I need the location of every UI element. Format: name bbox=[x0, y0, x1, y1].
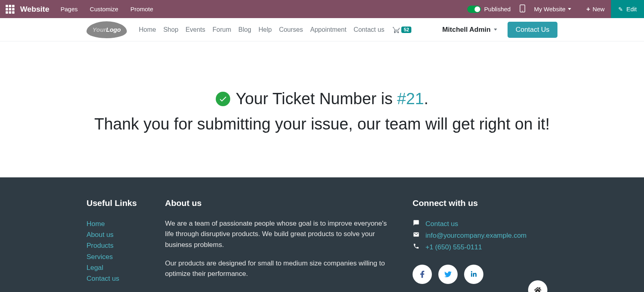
published-toggle[interactable] bbox=[467, 6, 481, 13]
cart-button[interactable]: 52 bbox=[392, 26, 411, 34]
nav-blog[interactable]: Blog bbox=[238, 26, 251, 33]
twitter-icon bbox=[444, 271, 452, 278]
footer: Useful Links Home About us Products Serv… bbox=[0, 177, 644, 292]
footer-link-contact[interactable]: Contact us bbox=[87, 273, 165, 284]
footer-link-products[interactable]: Products bbox=[87, 240, 165, 251]
website-switcher[interactable]: My Website bbox=[534, 6, 571, 12]
admin-menu-pages[interactable]: Pages bbox=[61, 6, 78, 12]
caret-down-icon bbox=[568, 8, 571, 10]
footer-link-about[interactable]: About us bbox=[87, 229, 165, 240]
ticket-prefix: Your Ticket Number is bbox=[236, 90, 397, 107]
nav-home[interactable]: Home bbox=[139, 26, 156, 33]
nav-events[interactable]: Events bbox=[186, 26, 205, 33]
thank-you-message: Thank you for submitting your issue, our… bbox=[8, 115, 636, 133]
about-paragraph-1: We are a team of passionate people whose… bbox=[165, 218, 390, 250]
apps-icon[interactable] bbox=[6, 5, 14, 14]
admin-bar-right: Published My Website + New ✎ Edit bbox=[467, 0, 644, 18]
footer-link-home[interactable]: Home bbox=[87, 218, 165, 229]
home-icon bbox=[534, 286, 541, 292]
edit-button[interactable]: ✎ Edit bbox=[611, 0, 644, 18]
admin-menu-promote[interactable]: Promote bbox=[130, 6, 153, 12]
published-label: Published bbox=[484, 6, 511, 12]
linkedin-icon bbox=[471, 271, 477, 278]
about-title: About us bbox=[165, 198, 390, 208]
site-logo[interactable]: YourLogo bbox=[87, 21, 127, 38]
connect-title: Connect with us bbox=[413, 198, 557, 208]
pencil-icon: ✎ bbox=[618, 6, 623, 12]
cart-badge: 52 bbox=[401, 27, 411, 33]
ticket-suffix: . bbox=[424, 90, 428, 107]
cart-icon bbox=[392, 26, 400, 34]
nav-forum[interactable]: Forum bbox=[213, 26, 231, 33]
app-name[interactable]: Website bbox=[20, 5, 50, 14]
new-button-label: New bbox=[592, 6, 605, 12]
twitter-link[interactable] bbox=[438, 265, 458, 284]
admin-bar-left: Website Pages Customize Promote bbox=[0, 5, 165, 14]
footer-about: About us We are a team of passionate peo… bbox=[165, 198, 390, 288]
linkedin-link[interactable] bbox=[464, 265, 483, 284]
mobile-preview-icon[interactable] bbox=[520, 4, 525, 14]
footer-link-legal[interactable]: Legal bbox=[87, 262, 165, 273]
nav-links: Home Shop Events Forum Blog Help Courses… bbox=[139, 26, 384, 33]
website-switcher-label: My Website bbox=[534, 6, 566, 12]
caret-down-icon bbox=[494, 29, 497, 31]
useful-links-title: Useful Links bbox=[87, 198, 165, 208]
facebook-link[interactable] bbox=[413, 265, 432, 284]
main-content: Your Ticket Number is #21. Thank you for… bbox=[0, 41, 644, 177]
footer-email[interactable]: info@yourcompany.example.com bbox=[425, 230, 526, 242]
nav-shop[interactable]: Shop bbox=[163, 26, 178, 33]
footer-useful-links: Useful Links Home About us Products Serv… bbox=[87, 198, 165, 288]
footer-link-services[interactable]: Services bbox=[87, 251, 165, 262]
about-paragraph-2: Our products are designed for small to m… bbox=[165, 258, 390, 280]
edit-button-label: Edit bbox=[626, 6, 637, 12]
check-circle-icon bbox=[216, 92, 230, 106]
nav-help[interactable]: Help bbox=[258, 26, 272, 33]
user-menu[interactable]: Mitchell Admin bbox=[442, 26, 497, 34]
footer-contact-link[interactable]: Contact us bbox=[425, 218, 458, 230]
facebook-icon bbox=[420, 270, 425, 278]
admin-menu-customize[interactable]: Customize bbox=[90, 6, 118, 12]
envelope-icon bbox=[413, 230, 420, 242]
site-navbar: YourLogo Home Shop Events Forum Blog Hel… bbox=[0, 18, 644, 41]
nav-contact[interactable]: Contact us bbox=[354, 26, 384, 33]
plus-icon: + bbox=[586, 6, 590, 13]
new-button[interactable]: + New bbox=[580, 0, 611, 18]
speech-bubble-icon bbox=[413, 218, 420, 230]
nav-appointment[interactable]: Appointment bbox=[310, 26, 347, 33]
footer-connect: Connect with us Contact us info@yourcomp… bbox=[413, 198, 557, 288]
footer-phone[interactable]: +1 (650) 555-0111 bbox=[425, 242, 482, 253]
contact-us-button[interactable]: Contact Us bbox=[508, 22, 557, 38]
svg-point-1 bbox=[522, 11, 523, 12]
nav-courses[interactable]: Courses bbox=[279, 26, 303, 33]
user-name: Mitchell Admin bbox=[442, 26, 491, 34]
ticket-heading: Your Ticket Number is #21. bbox=[8, 90, 636, 108]
ticket-number: #21 bbox=[397, 90, 424, 107]
phone-icon bbox=[413, 242, 420, 253]
admin-bar: Website Pages Customize Promote Publishe… bbox=[0, 0, 644, 18]
